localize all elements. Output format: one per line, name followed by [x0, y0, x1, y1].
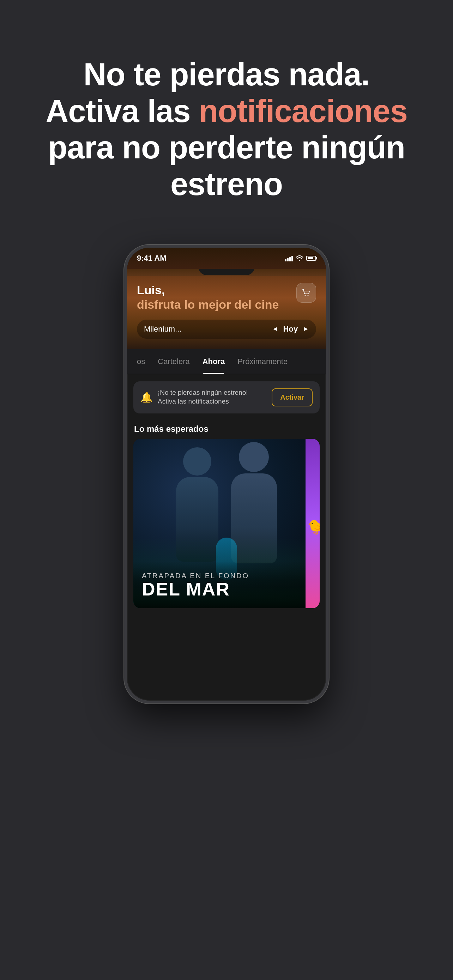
date-label: Hoy: [283, 325, 298, 334]
greeting-subtitle: disfruta lo mejor del cine: [137, 298, 279, 311]
hero-line2-prefix: Activa las: [46, 94, 199, 129]
greeting: Luis, disfruta lo mejor del cine: [137, 283, 279, 312]
tab-ahora[interactable]: Ahora: [196, 349, 231, 374]
cart-icon: [301, 288, 311, 298]
notification-left: 🔔 ¡No te pierdas ningún estreno! Activa …: [140, 388, 272, 406]
tab-bar: os Cartelera Ahora Próximamente: [127, 349, 326, 374]
notification-line1: ¡No te pierdas ningún estreno!: [158, 388, 248, 397]
section-title: Lo más esperados: [127, 420, 326, 439]
activate-button[interactable]: Activar: [272, 388, 313, 406]
notification-line2: Activa las notificaciones: [158, 397, 248, 406]
status-bar: 9:41 AM: [127, 248, 326, 269]
cinema-name: Milenium...: [144, 325, 181, 334]
bottom-space: [127, 608, 326, 643]
signal-icon: [285, 255, 293, 261]
prev-arrow-button[interactable]: ◄: [272, 325, 278, 332]
app-header-top: Luis, disfruta lo mejor del cine: [137, 283, 316, 312]
hero-line3: para no perderte ningún: [48, 130, 405, 165]
wifi-icon: [296, 255, 304, 261]
movie-title-overlay: ATRAPADA EN EL FONDO DEL MAR: [134, 561, 319, 608]
phone-frame: 9:41 AM: [124, 245, 329, 703]
app-header: Luis, disfruta lo mejor del cine Mileniu…: [127, 276, 326, 349]
phone-mockup: 9:41 AM: [124, 245, 329, 703]
hero-section: No te pierdas nada. Activa las notificac…: [0, 0, 453, 231]
side-decoration: 🐤: [305, 439, 319, 608]
svg-point-1: [308, 295, 309, 296]
date-nav: ◄ Hoy ►: [272, 325, 309, 334]
svg-point-0: [305, 295, 306, 296]
bell-icon: 🔔: [140, 391, 153, 403]
hero-line4: estreno: [170, 167, 283, 202]
tab-cartelera[interactable]: Cartelera: [151, 349, 196, 374]
movie-card[interactable]: ATRAPADA EN EL FONDO DEL MAR 🐤: [134, 439, 319, 608]
hero-highlight: notificaciones: [199, 94, 407, 129]
greeting-name: Luis,: [137, 283, 165, 297]
cart-button[interactable]: [296, 283, 316, 303]
tab-os[interactable]: os: [130, 349, 151, 374]
battery-icon: [306, 256, 316, 261]
tab-proximamente[interactable]: Próximamente: [231, 349, 294, 374]
hero-heading: No te pierdas nada. Activa las notificac…: [28, 56, 425, 202]
notch-area: [127, 269, 326, 276]
cinema-selector[interactable]: Milenium... ◄ Hoy ►: [137, 320, 316, 339]
next-arrow-button[interactable]: ►: [303, 325, 309, 332]
movie-title: DEL MAR: [142, 580, 311, 598]
hero-line1: No te pierdas nada.: [83, 57, 369, 92]
notification-banner: 🔔 ¡No te pierdas ningún estreno! Activa …: [134, 381, 319, 414]
tweety-icon: 🐤: [307, 519, 319, 535]
status-time: 9:41 AM: [137, 254, 167, 263]
notification-text: ¡No te pierdas ningún estreno! Activa la…: [158, 388, 248, 406]
status-icons: [285, 255, 316, 261]
